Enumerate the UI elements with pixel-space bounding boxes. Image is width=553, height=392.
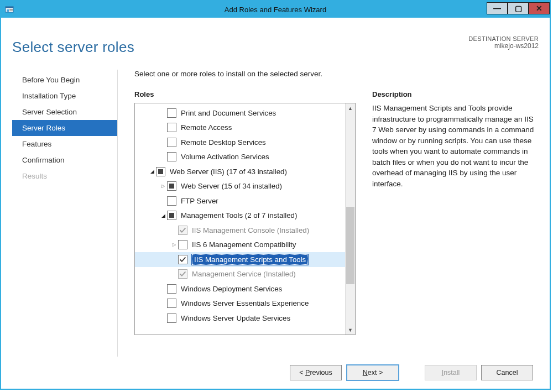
tree-item-label: Windows Server Essentials Experience — [181, 299, 309, 307]
tree-item-label: IIS 6 Management Compatibility — [192, 241, 296, 249]
tree-item[interactable]: IIS Management Scripts and Tools — [135, 252, 345, 267]
tree-item-label: Management Tools (2 of 7 installed) — [181, 211, 297, 219]
checkbox[interactable] — [167, 152, 176, 161]
main-content: Select one or more roles to install on t… — [118, 70, 539, 357]
checkbox[interactable] — [167, 284, 176, 294]
tree-item[interactable]: Windows Server Update Services — [135, 311, 345, 326]
nav-item-server-roles[interactable]: Server Roles — [12, 120, 117, 136]
checkbox[interactable] — [167, 123, 176, 132]
tree-item-label: Management Service (Installed) — [192, 270, 296, 278]
checkbox — [178, 226, 187, 235]
nav-item-server-selection[interactable]: Server Selection — [12, 104, 117, 120]
tree-item[interactable]: ▷Web Server (15 of 34 installed) — [135, 179, 345, 194]
next-button[interactable]: Next > — [346, 364, 399, 381]
nav-item-installation-type[interactable]: Installation Type — [12, 88, 117, 104]
close-button[interactable]: ✕ — [529, 2, 550, 14]
description-title: Description — [372, 90, 539, 98]
scroll-up-button[interactable]: ▲ — [346, 103, 355, 113]
checkbox[interactable] — [167, 181, 176, 191]
header-row: Select server roles DESTINATION SERVER m… — [12, 39, 539, 56]
nav-item-features[interactable]: Features — [12, 136, 117, 152]
scroll-thumb[interactable] — [346, 207, 354, 284]
destination-server-name: mikejo-ws2012 — [468, 42, 539, 50]
expander-icon[interactable]: ◢ — [148, 169, 156, 174]
wizard-icon — [4, 4, 14, 14]
tree-item[interactable]: ◢Management Tools (2 of 7 installed) — [135, 208, 345, 223]
tree-item-label: Web Server (IIS) (17 of 43 installed) — [170, 168, 287, 176]
roles-tree-container: Print and Document ServicesRemote Access… — [134, 103, 356, 335]
window-body: Select server roles DESTINATION SERVER m… — [1, 18, 550, 389]
roles-tree[interactable]: Print and Document ServicesRemote Access… — [135, 103, 345, 334]
tree-item[interactable]: FTP Server — [135, 194, 345, 208]
tree-item-label: Web Server (15 of 34 installed) — [181, 182, 282, 190]
svg-rect-1 — [6, 7, 13, 8]
destination-server-info: DESTINATION SERVER mikejo-ws2012 — [468, 35, 539, 50]
window-title: Add Roles and Features Wizard — [1, 6, 550, 14]
tree-item-label: IIS Management Scripts and Tools — [192, 254, 308, 265]
columns: Roles Print and Document ServicesRemote … — [134, 90, 539, 357]
tree-item[interactable]: Windows Deployment Services — [135, 281, 345, 296]
tree-item[interactable]: ▷IIS 6 Management Compatibility — [135, 238, 345, 253]
titlebar[interactable]: Add Roles and Features Wizard — ▢ ✕ — [1, 1, 550, 18]
nav-item-results: Results — [12, 168, 117, 184]
checkbox[interactable] — [167, 196, 176, 206]
tree-item[interactable]: Print and Document Services — [135, 106, 345, 121]
tree-item[interactable]: ◢Web Server (IIS) (17 of 43 installed) — [135, 164, 345, 179]
tree-item-label: Windows Deployment Services — [181, 285, 282, 293]
checkbox[interactable] — [167, 299, 176, 308]
tree-item[interactable]: Volume Activation Services — [135, 150, 345, 165]
wizard-nav: Before You BeginInstallation TypeServer … — [12, 70, 118, 357]
tree-item-label: Volume Activation Services — [181, 153, 269, 161]
checkbox[interactable] — [156, 167, 165, 176]
cancel-button[interactable]: Cancel — [481, 365, 533, 380]
instruction-text: Select one or more roles to install on t… — [134, 70, 539, 78]
checkbox[interactable] — [167, 211, 176, 220]
svg-rect-4 — [9, 11, 13, 11]
tree-item-label: Windows Server Update Services — [181, 314, 290, 322]
previous-button[interactable]: < Previous — [290, 365, 342, 380]
tree-item-label: IIS Management Console (Installed) — [192, 226, 309, 234]
checkbox[interactable] — [178, 255, 187, 264]
nav-item-confirmation[interactable]: Confirmation — [12, 152, 117, 168]
checkbox[interactable] — [167, 108, 176, 118]
tree-item: Management Service (Installed) — [135, 267, 345, 282]
tree-item[interactable]: Remote Access — [135, 121, 345, 135]
scroll-track[interactable] — [346, 113, 355, 325]
tree-item-label: FTP Server — [181, 197, 218, 205]
expander-icon[interactable]: ▷ — [170, 242, 178, 247]
wizard-window: Add Roles and Features Wizard — ▢ ✕ Sele… — [0, 0, 551, 390]
window-controls: — ▢ ✕ — [487, 1, 550, 18]
tree-item-label: Print and Document Services — [181, 109, 276, 117]
tree-item-label: Remote Access — [181, 123, 232, 132]
roles-column: Roles Print and Document ServicesRemote … — [134, 90, 356, 357]
checkbox — [178, 269, 187, 279]
tree-item-label: Remote Desktop Services — [181, 138, 266, 147]
description-text: IIS Management Scripts and Tools provide… — [372, 103, 539, 190]
destination-server-label: DESTINATION SERVER — [468, 35, 539, 42]
maximize-button[interactable]: ▢ — [508, 2, 529, 14]
install-button: Install — [425, 365, 477, 380]
minimize-button[interactable]: — — [487, 2, 508, 14]
tree-item[interactable]: Windows Server Essentials Experience — [135, 296, 345, 311]
body-row: Before You BeginInstallation TypeServer … — [12, 70, 539, 357]
page-title: Select server roles — [12, 39, 134, 56]
expander-icon[interactable]: ◢ — [159, 213, 167, 218]
expander-icon[interactable]: ▷ — [159, 184, 167, 189]
checkbox[interactable] — [167, 138, 176, 147]
roles-title: Roles — [134, 90, 356, 98]
description-column: Description IIS Management Scripts and T… — [372, 90, 539, 357]
svg-rect-3 — [9, 9, 13, 10]
checkbox[interactable] — [167, 313, 176, 323]
checkbox[interactable] — [178, 240, 187, 249]
tree-item: IIS Management Console (Installed) — [135, 223, 345, 238]
nav-item-before-you-begin[interactable]: Before You Begin — [12, 72, 117, 88]
scroll-down-button[interactable]: ▼ — [346, 325, 355, 334]
scrollbar[interactable]: ▲ ▼ — [345, 103, 355, 334]
svg-rect-2 — [7, 9, 9, 12]
footer: < Previous Next > Install Cancel — [8, 357, 543, 389]
tree-item[interactable]: Remote Desktop Services — [135, 135, 345, 150]
